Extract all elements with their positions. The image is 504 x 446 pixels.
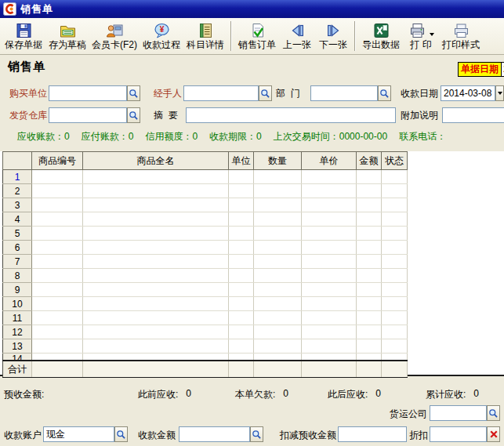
table-row[interactable]: 13 [3, 339, 408, 354]
grid-cell[interactable] [254, 212, 302, 227]
grid-cell[interactable] [32, 297, 83, 311]
grid-cell[interactable] [302, 241, 357, 255]
grid-cell[interactable] [357, 184, 382, 198]
export-data-button[interactable]: 导出数据 [359, 19, 403, 53]
grid-cell[interactable] [32, 198, 83, 212]
payment-amount-input[interactable] [179, 426, 250, 442]
grid-cell[interactable] [83, 212, 229, 227]
grid-cell[interactable] [229, 184, 254, 198]
table-row[interactable]: 4 [3, 212, 408, 227]
grid-cell[interactable] [302, 283, 357, 297]
grid-cell[interactable] [83, 184, 229, 198]
grid-cell[interactable] [229, 311, 254, 325]
table-row[interactable]: 8 [3, 269, 408, 283]
grid-cell[interactable] [83, 339, 229, 354]
table-row[interactable]: 9 [3, 283, 408, 297]
grid-cell[interactable] [302, 212, 357, 227]
grid-cell[interactable] [357, 212, 382, 227]
grid-cell[interactable] [83, 170, 229, 184]
grid-cell[interactable] [229, 339, 254, 354]
grid-cell[interactable] [254, 311, 302, 325]
grid-cell[interactable] [83, 297, 229, 311]
grid-cell[interactable] [302, 184, 357, 198]
grid-cell[interactable] [357, 170, 382, 184]
grid-cell[interactable] [357, 198, 382, 212]
next-button[interactable]: 下一张 [315, 19, 351, 53]
window-titlebar[interactable]: 销售单 [0, 0, 504, 18]
grid-cell[interactable] [229, 269, 254, 283]
table-row[interactable]: 12 [3, 325, 408, 339]
grid-cell[interactable] [254, 241, 302, 255]
grid-cell[interactable] [254, 269, 302, 283]
grid-cell[interactable] [254, 325, 302, 339]
payment-amount-lookup-button[interactable] [250, 426, 263, 442]
payment-process-button[interactable]: ¥ 收款过程 [140, 19, 183, 53]
handler-lookup-button[interactable] [259, 85, 272, 101]
print-dropdown-icon[interactable] [430, 33, 434, 36]
grid-cell[interactable] [254, 184, 302, 198]
grid-cell[interactable] [302, 311, 357, 325]
warehouse-input[interactable] [49, 107, 127, 123]
grid-cell[interactable] [83, 325, 229, 339]
subject-detail-button[interactable]: 科目详情 [183, 19, 227, 53]
extra-note-input[interactable] [442, 107, 504, 123]
grid-cell[interactable] [357, 311, 382, 325]
grid-cell[interactable] [32, 339, 83, 354]
table-row[interactable]: 2 [3, 184, 408, 198]
grid-cell[interactable] [229, 325, 254, 339]
grid-cell[interactable] [357, 283, 382, 297]
grid-cell[interactable] [229, 170, 254, 184]
grid-cell[interactable] [83, 255, 229, 269]
grid-cell[interactable] [254, 227, 302, 241]
grid-cell[interactable] [357, 325, 382, 339]
summary-input[interactable] [186, 107, 396, 123]
grid-cell[interactable] [83, 311, 229, 325]
grid-cell[interactable] [229, 227, 254, 241]
grid-cell[interactable] [357, 227, 382, 241]
grid-cell[interactable] [83, 269, 229, 283]
grid-cell[interactable] [302, 339, 357, 354]
grid-cell[interactable] [382, 339, 408, 354]
grid-cell[interactable] [254, 297, 302, 311]
grid-cell[interactable] [357, 339, 382, 354]
previous-button[interactable]: 上一张 [279, 19, 315, 53]
grid-cell[interactable] [254, 255, 302, 269]
grid-cell[interactable] [32, 184, 83, 198]
grid-cell[interactable] [302, 269, 357, 283]
member-card-button[interactable]: 会员卡(F2) [89, 19, 140, 53]
grid-cell[interactable] [357, 241, 382, 255]
buyer-lookup-button[interactable] [127, 85, 140, 101]
grid-cell[interactable] [382, 283, 408, 297]
grid-cell[interactable] [382, 311, 408, 325]
payment-account-input[interactable] [43, 426, 114, 442]
grid-cell[interactable] [382, 325, 408, 339]
table-row[interactable]: 1 [3, 170, 408, 184]
grid-cell[interactable] [32, 269, 83, 283]
grid-cell[interactable] [382, 184, 408, 198]
print-style-button[interactable]: 打印样式 [439, 19, 483, 53]
discount-clear-button[interactable] [487, 426, 500, 442]
grid-cell[interactable] [229, 283, 254, 297]
grid-cell[interactable] [382, 297, 408, 311]
grid-cell[interactable] [357, 297, 382, 311]
table-row[interactable]: 10 [3, 297, 408, 311]
grid-cell[interactable] [229, 297, 254, 311]
table-row[interactable]: 11 [3, 311, 408, 325]
grid-cell[interactable] [32, 227, 83, 241]
grid-cell[interactable] [32, 311, 83, 325]
grid-cell[interactable] [302, 170, 357, 184]
grid-cell[interactable] [254, 283, 302, 297]
payment-date-dropdown-button[interactable] [495, 85, 504, 101]
grid-cell[interactable] [229, 255, 254, 269]
print-button[interactable]: 打 印 [403, 19, 439, 53]
freight-company-lookup-button[interactable] [487, 405, 500, 421]
department-input[interactable] [310, 85, 378, 101]
grid-cell[interactable] [83, 283, 229, 297]
grid-cell[interactable] [32, 241, 83, 255]
table-row[interactable]: 5 [3, 227, 408, 241]
discount-input[interactable] [430, 426, 487, 442]
grid-cell[interactable] [382, 198, 408, 212]
grid-cell[interactable] [254, 339, 302, 354]
grid-cell[interactable] [302, 325, 357, 339]
payment-date-input[interactable] [441, 85, 495, 101]
